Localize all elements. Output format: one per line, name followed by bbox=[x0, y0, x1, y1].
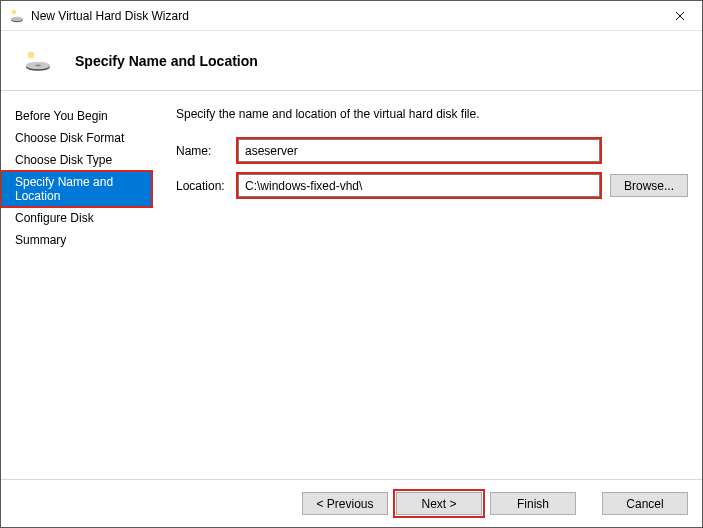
step-choose-disk-type[interactable]: Choose Disk Type bbox=[1, 149, 152, 171]
close-button[interactable] bbox=[657, 1, 702, 31]
step-label: Summary bbox=[15, 233, 66, 247]
wizard-body: Before You Begin Choose Disk Format Choo… bbox=[1, 91, 702, 479]
wizard-window: New Virtual Hard Disk Wizard Specify Nam… bbox=[0, 0, 703, 528]
wizard-header: Specify Name and Location bbox=[1, 31, 702, 91]
titlebar: New Virtual Hard Disk Wizard bbox=[1, 1, 702, 31]
step-summary[interactable]: Summary bbox=[1, 229, 152, 251]
svg-point-5 bbox=[35, 64, 41, 66]
step-label: Configure Disk bbox=[15, 211, 94, 225]
cancel-button[interactable]: Cancel bbox=[602, 492, 688, 515]
step-specify-name-and-location[interactable]: Specify Name and Location bbox=[1, 171, 152, 207]
location-row: Location: Browse... bbox=[176, 174, 688, 197]
step-label: Choose Disk Type bbox=[15, 153, 112, 167]
step-label: Before You Begin bbox=[15, 109, 108, 123]
wizard-footer: < Previous Next > Finish Cancel bbox=[1, 479, 702, 527]
name-row: Name: bbox=[176, 139, 688, 162]
step-label: Choose Disk Format bbox=[15, 131, 124, 145]
browse-button[interactable]: Browse... bbox=[610, 174, 688, 197]
wizard-steps-sidebar: Before You Begin Choose Disk Format Choo… bbox=[1, 91, 152, 479]
previous-button[interactable]: < Previous bbox=[302, 492, 388, 515]
next-button[interactable]: Next > bbox=[396, 492, 482, 515]
step-configure-disk[interactable]: Configure Disk bbox=[1, 207, 152, 229]
window-title: New Virtual Hard Disk Wizard bbox=[31, 9, 657, 23]
disk-wizard-large-icon bbox=[23, 50, 53, 72]
wizard-main-panel: Specify the name and location of the vir… bbox=[152, 91, 702, 479]
disk-wizard-icon bbox=[9, 8, 25, 24]
step-label: Specify Name and Location bbox=[15, 175, 113, 203]
location-label: Location: bbox=[176, 179, 238, 193]
name-label: Name: bbox=[176, 144, 238, 158]
svg-point-1 bbox=[11, 16, 23, 20]
step-choose-disk-format[interactable]: Choose Disk Format bbox=[1, 127, 152, 149]
step-before-you-begin[interactable]: Before You Begin bbox=[1, 105, 152, 127]
instruction-text: Specify the name and location of the vir… bbox=[176, 107, 688, 121]
name-input[interactable] bbox=[238, 139, 600, 162]
name-location-form: Name: Location: Browse... bbox=[176, 139, 688, 197]
finish-button[interactable]: Finish bbox=[490, 492, 576, 515]
location-input[interactable] bbox=[238, 174, 600, 197]
page-heading: Specify Name and Location bbox=[75, 53, 258, 69]
